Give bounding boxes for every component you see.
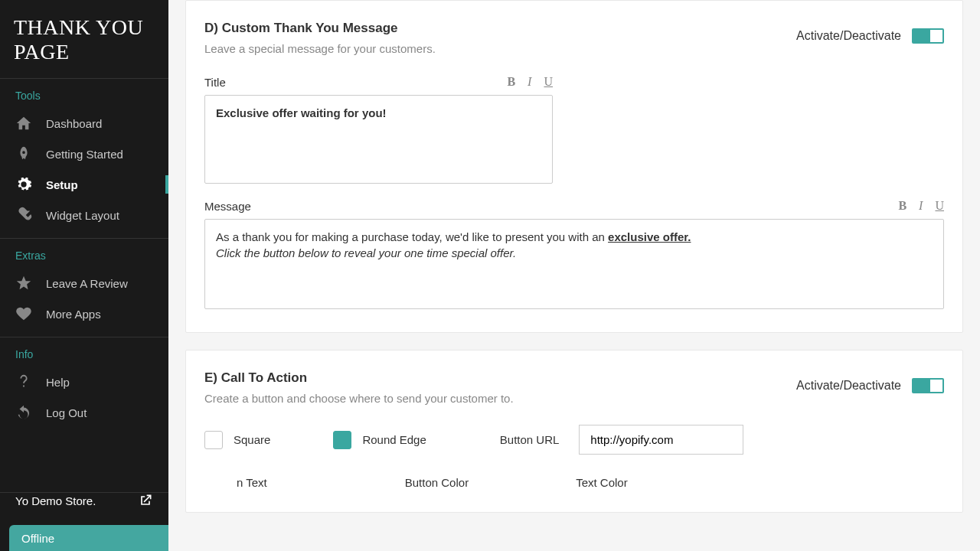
square-option[interactable]: Square bbox=[204, 431, 270, 449]
sidebar-item-label: Log Out bbox=[46, 406, 87, 419]
italic-button[interactable]: I bbox=[919, 199, 923, 213]
card-subtitle: Create a button and choose where to send… bbox=[204, 392, 514, 405]
button-url-label: Button URL bbox=[500, 433, 560, 446]
format-toolbar: B I U bbox=[898, 199, 944, 213]
italic-button[interactable]: I bbox=[528, 75, 531, 89]
section-tools: Tools bbox=[0, 79, 168, 108]
title-editor[interactable]: Exclusive offer waiting for you! bbox=[204, 95, 553, 184]
home-icon bbox=[15, 115, 32, 132]
sidebar-item-setup[interactable]: Setup bbox=[0, 169, 168, 200]
button-url-input[interactable] bbox=[579, 425, 743, 455]
bold-button[interactable]: B bbox=[898, 199, 906, 213]
store-link[interactable]: Yo Demo Store. bbox=[0, 479, 168, 522]
sidebar-item-label: Help bbox=[46, 376, 70, 389]
message-text-2: Click the button below to reveal your on… bbox=[216, 246, 516, 259]
app-logo: THANK YOU PAGE bbox=[0, 0, 168, 78]
card-title: E) Call To Action bbox=[204, 370, 514, 386]
heart-icon bbox=[15, 305, 32, 322]
store-name: Yo Demo Store. bbox=[15, 494, 96, 507]
title-field-label: Title bbox=[204, 76, 226, 89]
undo-icon bbox=[15, 404, 32, 421]
section-info: Info bbox=[0, 337, 168, 367]
question-icon bbox=[15, 373, 32, 390]
sidebar: THANK YOU PAGE Tools Dashboard Getting S… bbox=[0, 0, 168, 551]
sidebar-item-getting-started[interactable]: Getting Started bbox=[0, 139, 168, 169]
underline-button[interactable]: U bbox=[935, 199, 944, 213]
title-value: Exclusive offer waiting for you! bbox=[216, 106, 387, 119]
toggle-custom-message[interactable] bbox=[912, 28, 944, 44]
cta-options-row: Square Round Edge Button URL bbox=[204, 425, 944, 455]
wrench-icon bbox=[15, 207, 32, 223]
card-subtitle: Leave a special message for your custome… bbox=[204, 42, 436, 55]
activate-label: Activate/Deactivate bbox=[796, 379, 901, 393]
star-icon bbox=[15, 275, 32, 292]
sidebar-item-more-apps[interactable]: More Apps bbox=[0, 298, 168, 329]
bold-button[interactable]: B bbox=[507, 75, 515, 89]
checkbox-square[interactable] bbox=[204, 431, 223, 449]
checkbox-round[interactable] bbox=[333, 431, 351, 449]
button-text-label: n Text bbox=[237, 476, 267, 489]
card-call-to-action: E) Call To Action Create a button and ch… bbox=[185, 350, 963, 513]
external-link-icon bbox=[138, 493, 153, 508]
card-custom-message: D) Custom Thank You Message Leave a spec… bbox=[185, 0, 963, 333]
activate-label: Activate/Deactivate bbox=[796, 29, 901, 43]
sidebar-item-label: Getting Started bbox=[46, 148, 123, 161]
toggle-cta[interactable] bbox=[912, 378, 944, 393]
format-toolbar: B I U bbox=[507, 75, 553, 89]
card-header: D) Custom Thank You Message Leave a spec… bbox=[204, 21, 944, 55]
round-label: Round Edge bbox=[362, 433, 426, 446]
offline-label: Offline bbox=[21, 532, 54, 545]
square-label: Square bbox=[234, 433, 270, 446]
main-content: D) Custom Thank You Message Leave a spec… bbox=[168, 0, 980, 551]
button-color-label: Button Color bbox=[405, 476, 469, 489]
cta-labels-row: n Text Button Color Text Color bbox=[204, 476, 944, 489]
message-underlined: exclusive offer. bbox=[608, 230, 691, 243]
underline-button[interactable]: U bbox=[544, 75, 553, 89]
section-extras: Extras bbox=[0, 239, 168, 268]
sidebar-item-label: More Apps bbox=[46, 308, 101, 321]
message-editor[interactable]: As a thank you for making a purchase tod… bbox=[204, 219, 944, 309]
card-header: E) Call To Action Create a button and ch… bbox=[204, 370, 944, 405]
gear-icon bbox=[15, 176, 32, 193]
sidebar-item-widget-layout[interactable]: Widget Layout bbox=[0, 200, 168, 230]
card-title: D) Custom Thank You Message bbox=[204, 21, 436, 36]
sidebar-item-help[interactable]: Help bbox=[0, 367, 168, 397]
rocket-icon bbox=[15, 145, 32, 162]
message-text-1: As a thank you for making a purchase tod… bbox=[216, 230, 608, 243]
logo-text: THANK YOU PAGE bbox=[14, 15, 155, 64]
text-color-label: Text Color bbox=[576, 476, 628, 489]
message-field-label: Message bbox=[204, 200, 251, 213]
sidebar-item-dashboard[interactable]: Dashboard bbox=[0, 108, 168, 139]
sidebar-item-leave-review[interactable]: Leave A Review bbox=[0, 268, 168, 298]
sidebar-item-label: Dashboard bbox=[46, 117, 102, 130]
sidebar-item-label: Widget Layout bbox=[46, 209, 119, 222]
round-option[interactable]: Round Edge bbox=[333, 431, 426, 449]
sidebar-item-label: Setup bbox=[46, 178, 78, 191]
sidebar-item-label: Leave A Review bbox=[46, 277, 128, 290]
sidebar-item-log-out[interactable]: Log Out bbox=[0, 397, 168, 428]
